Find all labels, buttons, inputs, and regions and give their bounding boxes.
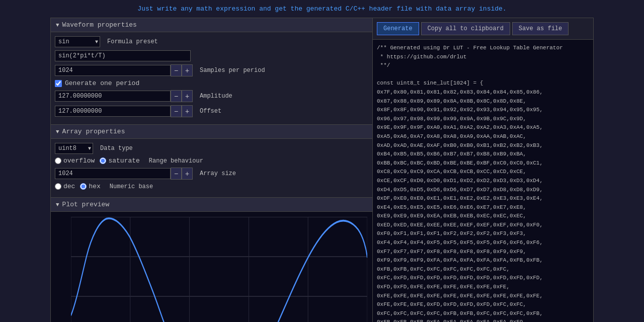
numeric-base-row: dec hex Numeric base bbox=[55, 183, 368, 190]
offset-plus-button[interactable]: + bbox=[182, 105, 193, 117]
array-triangle-icon: ▼ bbox=[56, 129, 59, 135]
triangle-icon: ▼ bbox=[56, 22, 59, 28]
saturate-radio-item: saturate bbox=[100, 157, 139, 165]
code-output: /** Generated using Dr LUT - Free Lookup… bbox=[373, 40, 593, 322]
offset-label: Offset bbox=[200, 108, 221, 115]
hex-label: hex bbox=[89, 183, 100, 190]
range-behaviour-row: overflow saturate Range behaviour bbox=[55, 157, 368, 165]
offset-input-group: − + bbox=[55, 105, 193, 117]
amplitude-input-group: − + bbox=[55, 90, 193, 102]
amplitude-input[interactable] bbox=[55, 91, 171, 102]
generate-one-period-checkbox[interactable] bbox=[55, 80, 62, 87]
samples-plus-button[interactable]: + bbox=[182, 64, 193, 76]
data-type-select[interactable]: uint8 uint16 int8 int16 float bbox=[55, 143, 93, 154]
top-message: Just write any math expression and get t… bbox=[0, 0, 644, 18]
array-properties-panel: uint8 uint16 int8 int16 float ▼ Data typ… bbox=[51, 139, 372, 198]
array-size-minus-button[interactable]: − bbox=[171, 168, 182, 180]
data-type-label: Data type bbox=[100, 145, 133, 152]
formula-preset-select-wrapper: sin cos triangle sawtooth ▼ bbox=[55, 36, 100, 47]
dec-radio-item: dec bbox=[55, 183, 75, 190]
waveform-section-label: Waveform properties bbox=[62, 21, 137, 29]
amplitude-row: − + Amplitude bbox=[55, 90, 368, 102]
plot-area: 250 200 150 100 50 0 0 200 400 600 800 1… bbox=[51, 212, 372, 322]
formula-preset-row: sin cos triangle sawtooth ▼ Formula pres… bbox=[55, 36, 368, 47]
plot-triangle-icon: ▼ bbox=[56, 202, 59, 208]
formula-expression-input[interactable] bbox=[55, 50, 191, 61]
plot-section-label: Plot preview bbox=[62, 201, 110, 208]
plot-preview-panel: ▼ Plot preview bbox=[51, 198, 372, 322]
numeric-base-label: Numeric base bbox=[110, 183, 153, 190]
array-section-header: ▼ Array properties bbox=[51, 125, 372, 139]
offset-minus-button[interactable]: − bbox=[171, 105, 182, 117]
waveform-properties-panel: sin cos triangle sawtooth ▼ Formula pres… bbox=[51, 32, 372, 125]
formula-preset-select[interactable]: sin cos triangle sawtooth bbox=[55, 36, 100, 47]
waveform-section-header: ▼ Waveform properties bbox=[51, 18, 372, 32]
generate-one-period-label: Generate one period bbox=[65, 79, 139, 87]
saturate-label: saturate bbox=[108, 157, 139, 165]
samples-input[interactable] bbox=[55, 65, 171, 76]
plot-svg: 250 200 150 100 50 0 0 200 400 600 800 1… bbox=[71, 217, 367, 322]
generate-one-period-row: Generate one period bbox=[55, 79, 368, 87]
array-size-plus-button[interactable]: + bbox=[182, 168, 193, 180]
plot-section-header: ▼ Plot preview bbox=[51, 198, 372, 212]
offset-input[interactable] bbox=[55, 106, 171, 117]
samples-input-group: − + bbox=[55, 64, 193, 76]
data-type-select-wrapper: uint8 uint16 int8 int16 float ▼ bbox=[55, 143, 93, 154]
generate-button[interactable]: Generate bbox=[377, 22, 419, 35]
copy-clipboard-button[interactable]: Copy all to clipboard bbox=[421, 22, 510, 35]
overflow-label: overflow bbox=[63, 157, 95, 165]
sine-wave-path bbox=[71, 218, 367, 322]
samples-minus-button[interactable]: − bbox=[171, 64, 182, 76]
amplitude-plus-button[interactable]: + bbox=[182, 90, 193, 102]
offset-row: − + Offset bbox=[55, 105, 368, 117]
amplitude-minus-button[interactable]: − bbox=[171, 90, 182, 102]
formula-expression-row bbox=[55, 50, 368, 61]
array-size-input[interactable] bbox=[55, 168, 171, 179]
amplitude-label: Amplitude bbox=[200, 93, 232, 100]
hex-radio-item: hex bbox=[80, 183, 100, 190]
samples-row: − + Samples per period bbox=[55, 64, 368, 76]
hex-radio[interactable] bbox=[80, 183, 87, 190]
array-size-input-group: − + bbox=[55, 168, 193, 180]
array-section-label: Array properties bbox=[62, 128, 125, 135]
overflow-radio-item: overflow bbox=[55, 157, 95, 165]
range-behaviour-label: Range behaviour bbox=[149, 157, 203, 165]
array-size-label: Array size bbox=[200, 170, 236, 177]
array-size-row: − + Array size bbox=[55, 168, 368, 180]
toolbar: Generate Copy all to clipboard Save as f… bbox=[373, 18, 593, 40]
samples-label: Samples per period bbox=[200, 67, 265, 74]
right-panel: Generate Copy all to clipboard Save as f… bbox=[373, 18, 593, 322]
data-type-row: uint8 uint16 int8 int16 float ▼ Data typ… bbox=[55, 143, 368, 154]
save-file-button[interactable]: Save as file bbox=[512, 22, 569, 35]
dec-radio[interactable] bbox=[55, 183, 61, 190]
formula-preset-label: Formula preset bbox=[107, 38, 158, 45]
left-panel: ▼ Waveform properties sin cos triangle s… bbox=[51, 18, 373, 322]
saturate-radio[interactable] bbox=[100, 157, 106, 164]
overflow-radio[interactable] bbox=[55, 157, 61, 164]
dec-label: dec bbox=[63, 183, 75, 190]
